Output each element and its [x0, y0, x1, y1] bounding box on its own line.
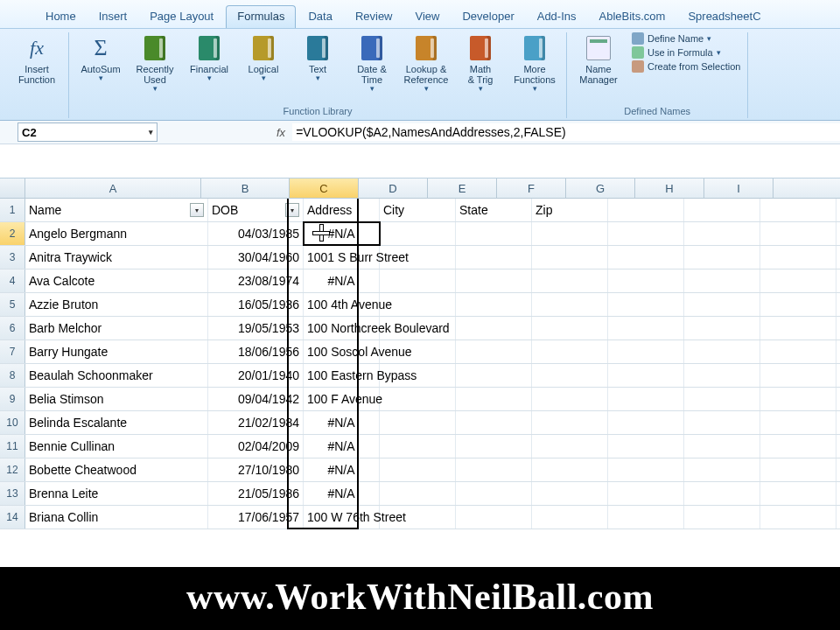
cell-B5[interactable]: 16/05/1936 — [208, 293, 304, 316]
cell-B4[interactable]: 23/08/1974 — [208, 270, 304, 292]
cell-G12[interactable] — [608, 458, 684, 481]
cell-G2[interactable] — [608, 222, 684, 245]
row-header[interactable]: 12 — [0, 458, 25, 481]
row-header[interactable]: 5 — [0, 293, 25, 316]
cell-F2[interactable] — [532, 222, 608, 245]
cell-F1[interactable]: Zip — [532, 199, 608, 221]
grid-body[interactable]: 1Name▾DOB▾AddressCityStateZip2Angelo Ber… — [0, 199, 840, 529]
row-header[interactable]: 4 — [0, 270, 25, 292]
define-name-button[interactable]: Define Name ▾ — [632, 32, 740, 45]
cell-E13[interactable] — [456, 482, 532, 505]
cell-F5[interactable] — [532, 293, 608, 316]
insert-function-button[interactable]: fx Insert Function — [12, 32, 61, 87]
cell-F9[interactable] — [532, 388, 608, 410]
column-header-H[interactable]: H — [635, 178, 704, 198]
cell-C6[interactable]: 100 Northcreek Boulevard — [304, 317, 380, 340]
cell-I1[interactable] — [760, 199, 836, 221]
cell-F13[interactable] — [532, 482, 608, 505]
row-header[interactable]: 14 — [0, 506, 25, 528]
cell-D10[interactable] — [380, 411, 456, 434]
column-header-I[interactable]: I — [704, 178, 774, 198]
row-header[interactable]: 6 — [0, 317, 25, 340]
financial-button[interactable]: Financial▾ — [185, 32, 234, 85]
cell-H5[interactable] — [684, 293, 760, 316]
row-header[interactable]: 2 — [0, 222, 25, 245]
cell-E8[interactable] — [456, 364, 532, 387]
lookup-reference-button[interactable]: Lookup & Reference▾ — [402, 32, 451, 95]
cell-D9[interactable] — [380, 388, 456, 410]
cell-A12[interactable]: Bobette Cheatwood — [25, 458, 208, 481]
cell-B3[interactable]: 30/04/1960 — [208, 246, 304, 269]
cell-I12[interactable] — [760, 458, 836, 481]
tab-ablebits-com[interactable]: AbleBits.com — [589, 6, 676, 28]
autosum-button[interactable]: ΣAutoSum▾ — [76, 32, 125, 85]
cell-D1[interactable]: City — [380, 199, 456, 221]
cell-B6[interactable]: 19/05/1953 — [208, 317, 304, 340]
row-header[interactable]: 13 — [0, 482, 25, 505]
filter-dropdown-button[interactable]: ▾ — [190, 203, 204, 217]
create-from-selection-button[interactable]: Create from Selection — [632, 60, 740, 73]
cell-G7[interactable] — [608, 340, 684, 363]
cell-E10[interactable] — [456, 411, 532, 434]
cell-B10[interactable]: 21/02/1984 — [208, 411, 304, 434]
cell-C4[interactable]: #N/A — [304, 270, 380, 292]
cell-B1[interactable]: DOB▾ — [208, 199, 304, 221]
column-header-E[interactable]: E — [428, 178, 497, 198]
column-header-F[interactable]: F — [497, 178, 566, 198]
cell-G5[interactable] — [608, 293, 684, 316]
name-box[interactable]: C2 ▾ — [18, 122, 158, 142]
cell-H13[interactable] — [684, 482, 760, 505]
cell-E6[interactable] — [456, 317, 532, 340]
cell-C5[interactable]: 100 4th Avenue — [304, 293, 380, 316]
tab-add-ins[interactable]: Add-Ins — [527, 6, 587, 28]
cell-C9[interactable]: 100 F Avenue — [304, 388, 380, 410]
select-all-corner[interactable] — [0, 178, 25, 198]
row-header[interactable]: 10 — [0, 411, 25, 434]
cell-H6[interactable] — [684, 317, 760, 340]
cell-H8[interactable] — [684, 364, 760, 387]
cell-F12[interactable] — [532, 458, 608, 481]
cell-C13[interactable]: #N/A — [304, 482, 380, 505]
tab-data[interactable]: Data — [298, 6, 342, 28]
row-header[interactable]: 9 — [0, 388, 25, 410]
filter-dropdown-button[interactable]: ▾ — [285, 203, 299, 217]
row-header[interactable]: 7 — [0, 340, 25, 363]
cell-H1[interactable] — [684, 199, 760, 221]
cell-H10[interactable] — [684, 411, 760, 434]
cell-E3[interactable] — [456, 246, 532, 269]
date-time-button[interactable]: Date & Time▾ — [347, 32, 396, 95]
cell-H3[interactable] — [684, 246, 760, 269]
tab-formulas[interactable]: Formulas — [226, 5, 296, 28]
cell-C14[interactable]: 100 W 76th Street — [304, 506, 380, 528]
cell-B8[interactable]: 20/01/1940 — [208, 364, 304, 387]
cell-C10[interactable]: #N/A — [304, 411, 380, 434]
cell-A9[interactable]: Belia Stimson — [25, 388, 208, 410]
cell-I4[interactable] — [760, 270, 836, 292]
cell-D11[interactable] — [380, 435, 456, 458]
row-header[interactable]: 8 — [0, 364, 25, 387]
cell-B14[interactable]: 17/06/1957 — [208, 506, 304, 528]
cell-A11[interactable]: Bennie Cullinan — [25, 435, 208, 458]
cell-B2[interactable]: 04/03/1985 — [208, 222, 304, 245]
cell-E1[interactable]: State — [456, 199, 532, 221]
cell-H12[interactable] — [684, 458, 760, 481]
cell-G8[interactable] — [608, 364, 684, 387]
column-header-C[interactable]: C — [290, 178, 359, 198]
tab-view[interactable]: View — [405, 6, 451, 28]
more-functions-button[interactable]: More Functions▾ — [510, 32, 559, 95]
cell-I7[interactable] — [760, 340, 836, 363]
cell-I13[interactable] — [760, 482, 836, 505]
cell-H11[interactable] — [684, 435, 760, 458]
cell-H4[interactable] — [684, 270, 760, 292]
cell-A4[interactable]: Ava Calcote — [25, 270, 208, 292]
formula-input[interactable] — [292, 123, 840, 141]
tab-insert[interactable]: Insert — [88, 6, 138, 28]
cell-A7[interactable]: Barry Hungate — [25, 340, 208, 363]
cell-D13[interactable] — [380, 482, 456, 505]
cell-D4[interactable] — [380, 270, 456, 292]
cell-C12[interactable]: #N/A — [304, 458, 380, 481]
cell-H7[interactable] — [684, 340, 760, 363]
chevron-down-icon[interactable]: ▾ — [149, 128, 153, 136]
cell-A1[interactable]: Name▾ — [25, 199, 208, 221]
cell-A8[interactable]: Beaulah Schoonmaker — [25, 364, 208, 387]
